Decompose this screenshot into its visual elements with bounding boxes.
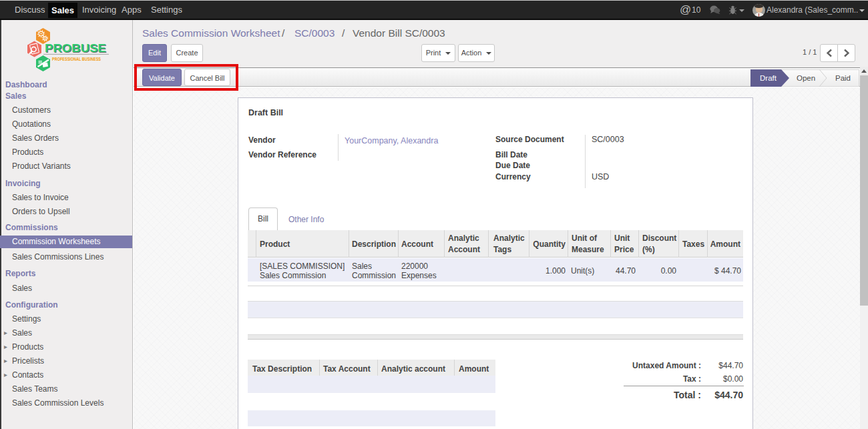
svg-text:PROFESSIONAL BUSINESS: PROFESSIONAL BUSINESS — [52, 56, 101, 62]
svg-text:PROBUSE: PROBUSE — [45, 42, 106, 55]
